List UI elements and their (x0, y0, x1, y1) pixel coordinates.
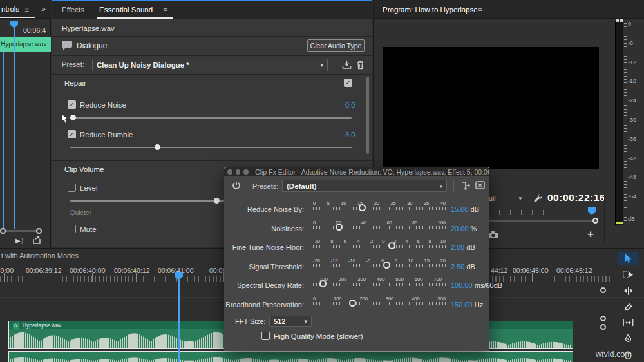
param-scale[interactable]: 0100200300400500 (313, 296, 446, 305)
window-close-circle[interactable] (227, 169, 232, 175)
dialog-param-row: Broadband Preservation:01002003004005001… (224, 296, 489, 312)
video-preview[interactable] (383, 47, 599, 169)
tick-label: 400 (377, 276, 385, 282)
param-value[interactable]: 2.50 dB (451, 263, 475, 271)
ec-playhead[interactable] (10, 21, 18, 28)
param-value[interactable]: 20.00 % (451, 225, 477, 233)
preset-dropdown[interactable]: Clean Up Noisy Dialogue * ▾ (92, 59, 328, 71)
reduce-rumble-slider-handle[interactable] (155, 144, 160, 150)
reduce-rumble-slider[interactable] (70, 147, 352, 148)
es-scrollbar[interactable] (366, 77, 369, 154)
fft-size-dropdown[interactable]: 512 ▾ (269, 316, 312, 327)
param-slider-handle[interactable] (359, 204, 366, 211)
reduce-noise-value[interactable]: 0.0 (345, 101, 355, 109)
reduce-rumble-checkbox[interactable]: ✓ (68, 130, 76, 138)
tab-essential-sound[interactable]: Essential Sound (99, 6, 153, 14)
program-scroll-handle[interactable] (592, 218, 598, 224)
speech-bubble-tail (63, 48, 66, 50)
chevron-down-icon: ▾ (439, 183, 442, 189)
pen-tool[interactable] (618, 332, 638, 345)
dialog-titlebar[interactable]: Clip Fx Editor - Adaptive Noise Reductio… (224, 167, 489, 176)
save-preset-icon[interactable] (342, 60, 352, 70)
ec-zoom-handle-right[interactable] (36, 228, 42, 234)
audio-clip-hyperlapse-ch2[interactable] (8, 351, 573, 362)
param-value[interactable]: 2.00 dB (451, 243, 475, 251)
high-quality-checkbox[interactable] (261, 332, 270, 340)
param-scale[interactable]: 100200300400500600700 (313, 276, 446, 286)
dialog-param-row: Reduce Noise By:051015202530354015.00 dB (224, 200, 489, 217)
transport-divider (604, 191, 605, 245)
clear-audio-type-button[interactable]: Clear Audio Type (307, 39, 365, 52)
ec-timecode[interactable]: 00:06:4 (23, 26, 46, 34)
channel-routing-icon[interactable] (461, 181, 470, 190)
play-audio-button[interactable]: ▶） (15, 236, 28, 245)
param-label: Spectral Decay Rate: (175, 281, 304, 289)
tick-label: 100 (437, 220, 446, 225)
program-timecode[interactable]: 00:00:22:16 (547, 192, 605, 204)
delete-preset-icon[interactable] (356, 60, 365, 70)
settings-wrench-icon[interactable] (533, 193, 543, 203)
chevron-down-icon: ▾ (320, 62, 323, 68)
track-zoom-knob-2[interactable] (600, 324, 606, 330)
param-slider-handle[interactable] (336, 224, 343, 231)
meter-db-label: -24 (628, 97, 636, 104)
repair-section-title[interactable]: Repair (64, 79, 86, 87)
ec-zoom-bar[interactable] (4, 230, 37, 232)
audio-meter[interactable] (615, 21, 623, 225)
param-scale[interactable]: -20-15-10-505101520 (313, 258, 446, 267)
track-zoom-knob-1[interactable] (600, 316, 606, 321)
param-slider-handle[interactable] (349, 300, 356, 307)
effect-power-toggle[interactable] (232, 181, 241, 190)
ripple-edit-tool[interactable] (618, 284, 638, 298)
razor-tool[interactable] (618, 300, 638, 314)
ec-zoom-handle-left[interactable] (0, 228, 6, 234)
level-slider-handle[interactable] (214, 198, 220, 204)
reduce-rumble-value[interactable]: 3.0 (345, 131, 355, 138)
tab-effects[interactable]: Effects (62, 6, 84, 14)
reduce-noise-checkbox[interactable]: ✓ (68, 100, 76, 109)
track-select-forward-tool[interactable] (618, 268, 638, 281)
mute-checkbox[interactable] (68, 225, 76, 233)
export-frame-icon[interactable] (32, 236, 42, 245)
add-button[interactable]: + (587, 228, 594, 241)
reduce-noise-slider[interactable] (70, 117, 352, 119)
meter-db-label: -18 (628, 78, 636, 84)
track-scroll-knob[interactable] (600, 287, 606, 293)
playback-resolution-dropdown[interactable]: Full ▾ (484, 193, 522, 204)
panel-menu-icon[interactable]: ≡ (24, 5, 29, 14)
reduce-noise-slider-handle[interactable] (70, 115, 76, 120)
tick-label: 0 (382, 238, 384, 244)
ec-clip-bar[interactable]: Hyperlapse.wav (0, 37, 51, 52)
param-value[interactable]: 150.00 Hz (451, 301, 483, 309)
fft-size-value: 512 (274, 318, 285, 325)
tick-label: 5 (327, 200, 330, 206)
param-scale[interactable]: 0510152025303540 (313, 200, 446, 210)
window-zoom-circle[interactable] (243, 169, 249, 175)
param-slider-handle[interactable] (383, 262, 390, 269)
repair-checkbox[interactable]: ✓ (344, 79, 352, 87)
panel-overflow-chevron[interactable]: » (41, 5, 46, 14)
level-checkbox[interactable] (68, 184, 76, 192)
param-value[interactable]: 100.00 ms/60dB (451, 281, 502, 289)
tab-effect-controls[interactable]: ntrols (1, 5, 19, 13)
param-slider-handle[interactable] (388, 242, 395, 249)
timeline-playhead-line[interactable] (178, 280, 180, 362)
param-value[interactable]: 15.00 dB (451, 205, 479, 213)
clip-fx-editor-dialog: Clip Fx Editor - Adaptive Noise Reductio… (224, 167, 489, 351)
window-minimize-circle[interactable] (236, 169, 241, 175)
param-slider-handle[interactable] (319, 280, 327, 287)
program-panel-menu-icon[interactable]: ≡ (478, 6, 482, 15)
tick-label: -2 (369, 238, 374, 244)
close-effect-icon[interactable] (475, 181, 485, 189)
export-frame-camera-icon[interactable] (488, 231, 498, 239)
es-panel-menu-icon[interactable]: ≡ (163, 6, 167, 15)
selection-tool[interactable] (618, 252, 638, 265)
tab-program-monitor[interactable]: Program: How to Hyperlapse (383, 6, 478, 14)
clip-volume-section-title[interactable]: Clip Volume (64, 166, 104, 173)
slip-tool[interactable] (618, 316, 638, 329)
param-scale[interactable]: -10-8-6-4-20246810 (313, 238, 446, 248)
param-scale[interactable]: 020406080100 (313, 220, 446, 229)
meter-db-label: dB (628, 216, 635, 222)
dialog-presets-dropdown[interactable]: (Default) ▾ (282, 180, 447, 192)
fx-badge[interactable]: fx (13, 323, 19, 329)
